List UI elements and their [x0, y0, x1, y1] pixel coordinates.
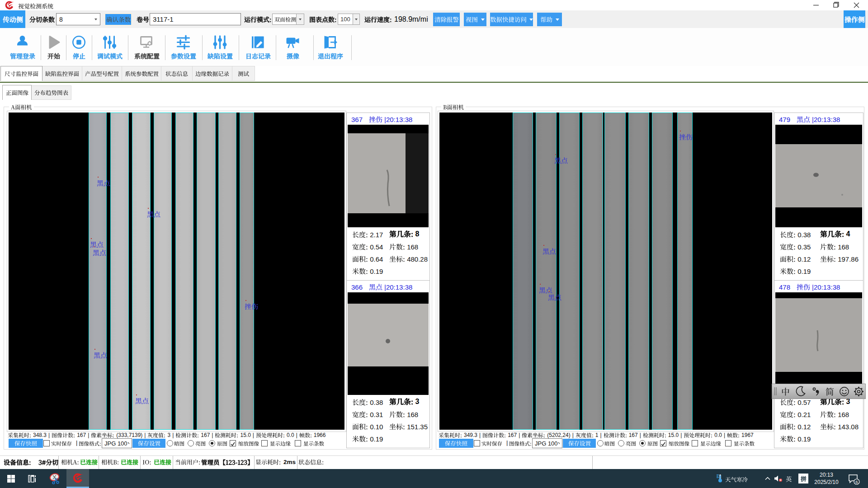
svg-text:6: 6: [855, 479, 858, 484]
